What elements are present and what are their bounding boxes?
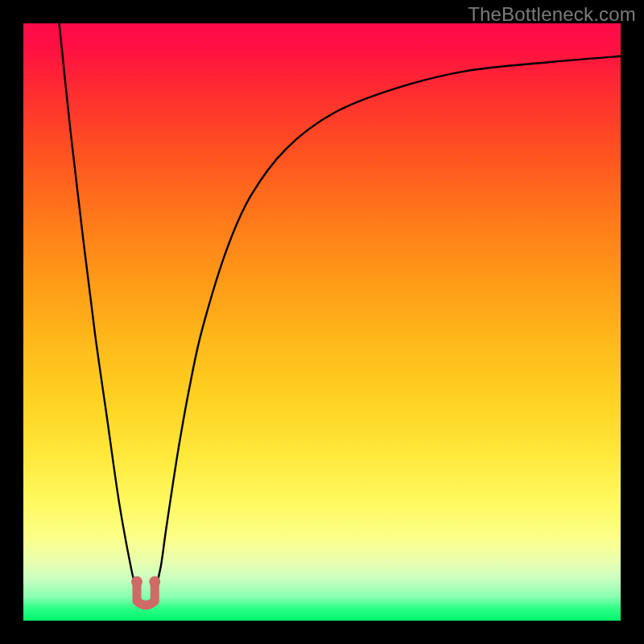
outer-frame: TheBottleneck.com [0, 0, 644, 644]
marker-dot-left [131, 576, 142, 588]
chart-svg [23, 23, 621, 621]
bottleneck-curve [60, 23, 621, 605]
plot-area [23, 23, 621, 621]
watermark-text: TheBottleneck.com [468, 3, 636, 26]
bottleneck-curve-path [60, 23, 621, 605]
marker-dot-right [149, 576, 160, 588]
optimal-range-marker [131, 576, 160, 605]
